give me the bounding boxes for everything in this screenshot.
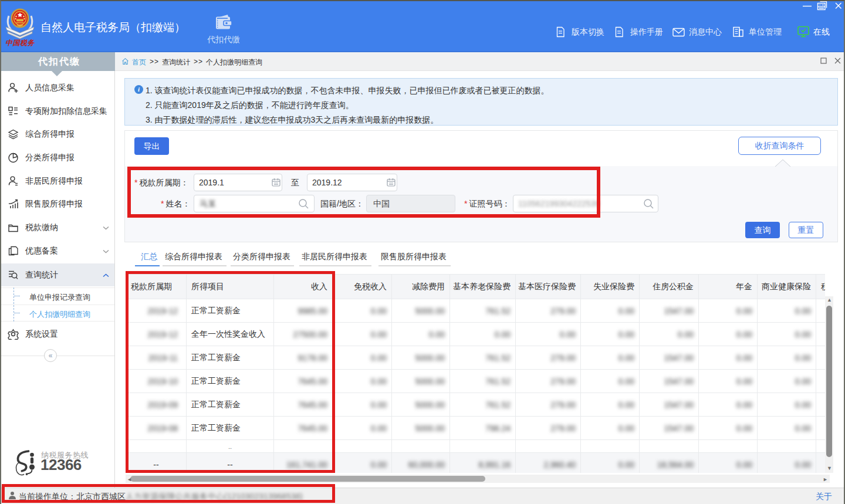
svg-text:中国税务: 中国税务 <box>5 39 36 47</box>
